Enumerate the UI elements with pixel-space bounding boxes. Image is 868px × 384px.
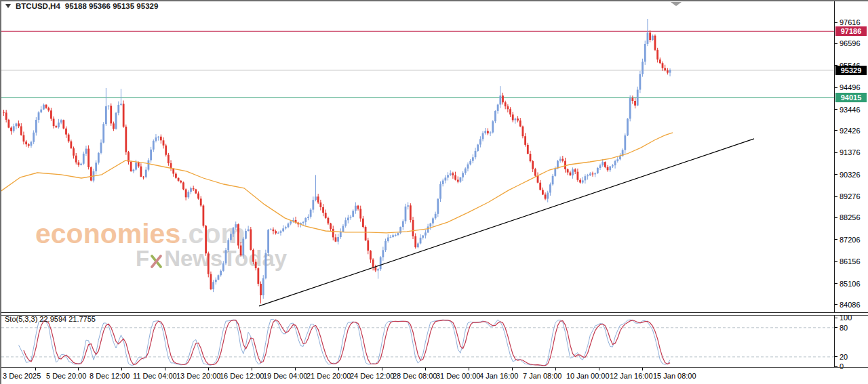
mt4-chart-window: economies.com F NewsToday BTCUSD,H4 9518… — [0, 0, 868, 384]
time-axis-tick — [382, 368, 382, 370]
time-axis-tick — [78, 368, 79, 370]
price-axis-label: 87206 — [840, 236, 861, 244]
time-axis-tick — [252, 368, 252, 370]
time-axis-tick — [599, 368, 599, 370]
chart-title-symbol: BTCUSD,H4 — [16, 2, 60, 10]
price-axis-label: 96596 — [840, 39, 861, 47]
symbol-dropdown-icon[interactable] — [5, 4, 11, 8]
time-axis-tick — [121, 368, 122, 370]
stochastic-canvas[interactable] — [0, 314, 834, 367]
price-axis-label: 88256 — [840, 213, 861, 221]
time-axis-tick — [35, 368, 36, 370]
time-axis-label: 10 Jan 00:00 — [566, 372, 610, 380]
time-axis-label: 19 Dec 04:00 — [263, 372, 307, 380]
time-axis-label: 5 Dec 20:00 — [46, 372, 86, 380]
price-chart-canvas[interactable] — [0, 0, 834, 313]
sto-axis-label: 20 — [840, 353, 848, 361]
time-axis-divider — [0, 367, 868, 368]
time-axis-tick — [555, 368, 556, 370]
time-axis-label: 31 Dec 00:00 — [436, 372, 480, 380]
sto-axis-label: 80 — [840, 324, 848, 332]
time-axis-label: 8 Dec 12:00 — [90, 372, 130, 380]
time-axis-label: 3 Dec 2025 — [3, 372, 41, 380]
price-axis-label: 97616 — [840, 18, 861, 26]
time-axis-tick — [512, 368, 513, 370]
pane-separator[interactable] — [0, 312, 868, 316]
time-axis-label: 24 Dec 12:00 — [350, 372, 394, 380]
price-axis-label: 84086 — [840, 301, 861, 309]
time-axis-tick — [425, 368, 426, 370]
time-axis-tick — [338, 368, 339, 370]
price-axis-label: 92426 — [840, 127, 861, 135]
window-border-left — [0, 0, 1, 384]
price-axis-label: 89276 — [840, 192, 861, 200]
price-axis-label: 86156 — [840, 257, 861, 265]
current-price-tag: 95329 — [835, 66, 867, 75]
chart-title: BTCUSD,H4 95188 95366 95135 95329 — [5, 2, 158, 10]
time-axis-label: 13 Dec 20:00 — [176, 372, 220, 380]
time-axis-label: 4 Jan 16:00 — [479, 372, 519, 380]
stochastic-label: Sto(5,3,3) 22.9594 21.7755 — [5, 315, 96, 323]
time-axis-label: 21 Dec 20:00 — [307, 372, 351, 380]
time-axis-tick — [295, 368, 296, 370]
time-axis-label: 7 Jan 08:00 — [523, 372, 562, 380]
price-axis-label: 90326 — [840, 171, 861, 179]
price-axis-label: 93446 — [840, 106, 861, 114]
time-axis-tick — [642, 368, 643, 370]
time-axis-tick — [208, 368, 209, 370]
price-axis-label: 91376 — [840, 148, 861, 156]
chart-title-ohlc: 95188 95366 95135 95329 — [65, 2, 159, 10]
price-axis-label: 85106 — [840, 280, 861, 288]
support-price-tag[interactable]: 94015 — [835, 93, 867, 102]
time-axis-label: 15 Jan 08:00 — [653, 372, 696, 380]
chart-shift-icon[interactable] — [671, 2, 682, 6]
time-axis-label: 16 Dec 12:00 — [220, 372, 264, 380]
window-border-top — [0, 0, 868, 1]
time-axis-label: 12 Jan 16:00 — [610, 372, 653, 380]
time-axis-label: 11 Dec 04:00 — [133, 372, 177, 380]
time-axis-tick — [469, 368, 469, 370]
price-axis-label: 94496 — [840, 83, 861, 91]
time-axis-label: 28 Dec 08:00 — [393, 372, 437, 380]
time-axis-tick — [165, 368, 165, 370]
resistance-price-tag[interactable]: 97186 — [835, 26, 867, 36]
